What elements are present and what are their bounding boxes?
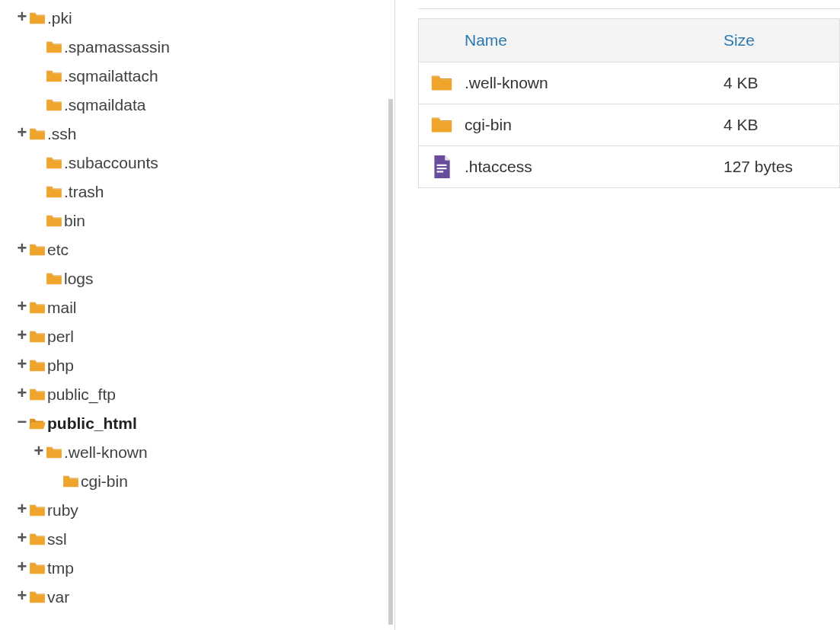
folder-icon — [46, 214, 62, 228]
tree-item-label: cgi-bin — [79, 472, 128, 491]
tree-item[interactable]: +logs — [15, 264, 387, 293]
expand-icon[interactable]: + — [15, 500, 29, 517]
folder-open-icon — [29, 417, 46, 430]
tree-item-label: .sqmailattach — [62, 67, 158, 85]
tree-item-label: ruby — [46, 501, 78, 520]
expand-icon[interactable]: + — [15, 587, 29, 604]
tree-item[interactable]: +var — [15, 583, 387, 612]
tree-item-label: logs — [62, 270, 94, 288]
tree-item[interactable]: +tmp — [15, 554, 387, 583]
tree-item[interactable]: +public_ftp — [15, 380, 387, 409]
folder-icon — [29, 590, 46, 604]
tree-item[interactable]: +.sqmaildata — [15, 91, 387, 120]
tree-item-label: etc — [46, 241, 69, 259]
folder-icon — [46, 40, 62, 54]
file-size: 127 bytes — [723, 158, 793, 176]
tree-item-label: var — [46, 588, 69, 606]
svg-rect-1 — [437, 168, 447, 169]
tree-item[interactable]: +mail — [15, 293, 387, 322]
tree-item-label: .well-known — [62, 443, 148, 462]
tree-item-label: .spamassassin — [62, 38, 170, 56]
folder-tree: +.pki+.spamassassin+.sqmailattach+.sqmai… — [0, 0, 387, 630]
file-name: cgi-bin — [465, 116, 723, 134]
folder-icon — [46, 156, 62, 170]
folder-icon — [29, 243, 46, 257]
column-header-name[interactable]: Name — [419, 31, 723, 50]
folder-icon — [29, 561, 46, 575]
expand-icon[interactable]: + — [15, 124, 29, 141]
tree-item[interactable]: +.spamassassin — [15, 33, 387, 62]
tree-item[interactable]: +.pki — [15, 4, 387, 33]
file-name: .htaccess — [465, 158, 723, 176]
expand-icon[interactable]: + — [15, 8, 29, 25]
folder-icon — [29, 330, 46, 344]
tree-item-label: .subaccounts — [62, 154, 158, 172]
tree-item[interactable]: −public_html — [15, 409, 387, 438]
folder-icon — [29, 504, 46, 517]
folder-icon — [430, 74, 453, 92]
tree-item-label: tmp — [46, 559, 74, 577]
folder-icon — [29, 388, 46, 401]
table-body: .well-known4 KBcgi-bin4 KB.htaccess127 b… — [418, 62, 840, 188]
folder-icon — [29, 532, 46, 546]
expand-icon[interactable]: + — [15, 240, 29, 257]
tree-item-label: .ssh — [46, 125, 77, 143]
tree-item-label: .trash — [62, 183, 104, 201]
tree-item-label: mail — [46, 299, 77, 317]
tree-item[interactable]: +.sqmailattach — [15, 62, 387, 91]
folder-icon — [29, 359, 46, 373]
table-header: Name Size — [418, 18, 840, 62]
folder-icon — [29, 127, 46, 141]
expand-icon[interactable]: + — [15, 529, 29, 546]
folder-icon — [46, 272, 62, 286]
file-name: .well-known — [465, 74, 723, 92]
collapse-icon[interactable]: − — [15, 414, 29, 430]
document-icon — [432, 155, 452, 179]
tree-item-label: ssl — [46, 530, 67, 548]
expand-icon[interactable]: + — [15, 356, 29, 373]
svg-rect-2 — [437, 171, 444, 172]
tree-item[interactable]: +.well-known — [15, 438, 387, 467]
folder-icon — [46, 446, 62, 459]
expand-icon[interactable]: + — [15, 327, 29, 344]
tree-item-label: public_html — [46, 414, 137, 433]
folder-icon — [62, 475, 79, 488]
folder-icon — [46, 185, 62, 199]
splitter[interactable] — [387, 0, 394, 630]
toolbar-bottom-edge — [418, 0, 840, 9]
folder-icon — [430, 116, 453, 134]
tree-item-label: .pki — [46, 9, 72, 27]
file-size: 4 KB — [723, 74, 759, 92]
tree-item-label: public_ftp — [46, 385, 116, 404]
splitter-handle[interactable] — [388, 99, 393, 625]
table-row[interactable]: cgi-bin4 KB — [418, 104, 840, 146]
tree-item[interactable]: +bin — [15, 206, 387, 235]
tree-item[interactable]: +.subaccounts — [15, 149, 387, 177]
table-row[interactable]: .well-known4 KB — [418, 62, 840, 104]
tree-item[interactable]: +cgi-bin — [15, 467, 387, 496]
tree-item-label: php — [46, 357, 74, 375]
tree-item[interactable]: +php — [15, 351, 387, 380]
tree-item-label: bin — [62, 212, 85, 230]
tree-item[interactable]: +.trash — [15, 177, 387, 206]
column-header-size[interactable]: Size — [723, 31, 755, 50]
tree-item[interactable]: +ssl — [15, 525, 387, 554]
expand-icon[interactable]: + — [32, 443, 46, 459]
expand-icon[interactable]: + — [15, 298, 29, 315]
tree-item[interactable]: +perl — [15, 322, 387, 351]
expand-icon[interactable]: + — [15, 558, 29, 575]
folder-icon — [29, 11, 46, 25]
table-row[interactable]: .htaccess127 bytes — [418, 146, 840, 188]
expand-icon[interactable]: + — [15, 385, 29, 401]
folder-icon — [29, 301, 46, 315]
app-root: +.pki+.spamassassin+.sqmailattach+.sqmai… — [0, 0, 840, 630]
tree-item[interactable]: +ruby — [15, 496, 387, 525]
file-size: 4 KB — [723, 116, 759, 134]
tree-item[interactable]: +.ssh — [15, 120, 387, 149]
file-list-panel: Name Size .well-known4 KBcgi-bin4 KB.hta… — [394, 0, 840, 630]
tree-item[interactable]: +etc — [15, 235, 387, 264]
folder-icon — [46, 98, 62, 112]
folder-icon — [46, 69, 62, 83]
tree-item-label: perl — [46, 328, 74, 346]
tree-item-label: .sqmaildata — [62, 96, 145, 114]
